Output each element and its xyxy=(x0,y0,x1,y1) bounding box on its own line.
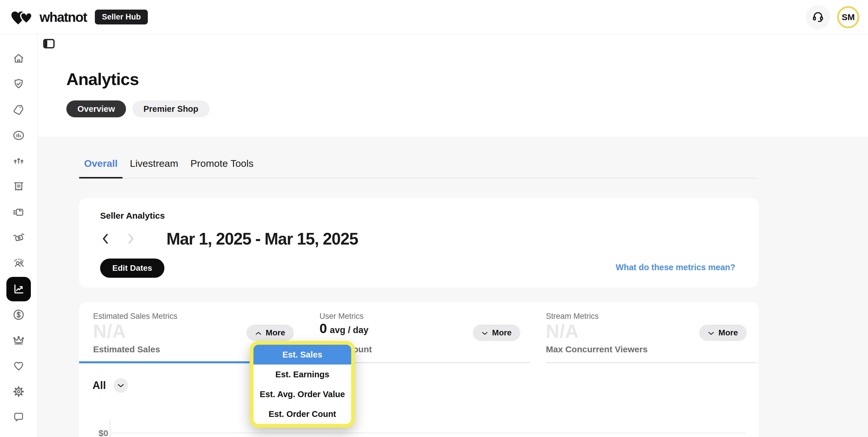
analytics-view-pills: Overview Premier Shop xyxy=(66,100,210,117)
left-sidebar-nav xyxy=(0,34,37,437)
user-metrics-more-button[interactable]: More xyxy=(473,325,520,341)
sidebar-item-analytics[interactable] xyxy=(6,277,31,301)
chart-y-axis-line xyxy=(110,419,110,437)
metric-value-row: 0 avg / day xyxy=(319,321,368,336)
metrics-explainer-link[interactable]: What do these metrics mean? xyxy=(616,263,735,272)
support-button[interactable] xyxy=(806,5,830,29)
package-icon xyxy=(12,206,25,219)
metric-value: N/A xyxy=(546,321,579,342)
chart-filter-dropdown[interactable]: All xyxy=(93,378,128,393)
estimated-sales-more-button[interactable]: More xyxy=(246,325,294,341)
sidebar-item-moderation[interactable] xyxy=(12,78,25,91)
seller-analytics-card: Seller Analytics Mar 1, 2025 - Mar 15, 2… xyxy=(79,198,758,288)
home-icon xyxy=(12,52,25,65)
page-title: Analytics xyxy=(66,69,139,89)
metric-label: Estimated Sales xyxy=(93,344,160,354)
analytics-tabs: Overall Livestream Promote Tools xyxy=(79,158,758,178)
arrows-up-icon xyxy=(12,154,25,168)
crown-icon xyxy=(12,333,25,347)
metric-picker-list: Est. Sales Est. Earnings Est. Avg. Order… xyxy=(253,345,351,424)
stats-oval-icon xyxy=(12,129,25,142)
sidebar-toggle-button[interactable] xyxy=(42,38,56,50)
tab-promote-tools[interactable]: Promote Tools xyxy=(186,158,259,178)
section-divider xyxy=(546,362,756,363)
seller-analytics-title: Seller Analytics xyxy=(100,211,165,221)
sidebar-item-activity[interactable] xyxy=(12,129,25,142)
pill-premier-shop[interactable]: Premier Shop xyxy=(132,100,210,117)
dropdown-option-est-avg-order-value[interactable]: Est. Avg. Order Value xyxy=(253,384,351,404)
chart-gridline xyxy=(110,433,745,433)
metric-value-row: N/A xyxy=(546,321,579,342)
stream-metrics-section: Stream Metrics N/A Max Concurrent Viewer… xyxy=(532,302,758,375)
whatnot-logo[interactable]: whatnot xyxy=(9,7,87,27)
next-date-range-button[interactable] xyxy=(126,233,136,244)
dropdown-option-est-sales[interactable]: Est. Sales xyxy=(253,345,351,365)
section-title: Stream Metrics xyxy=(546,312,599,321)
more-label: More xyxy=(266,328,285,338)
chevron-up-icon xyxy=(255,328,261,338)
sidebar-item-payouts[interactable] xyxy=(12,231,25,244)
metric-value: N/A xyxy=(93,321,126,342)
tag-icon xyxy=(12,103,25,116)
top-header: whatnot Seller Hub SM xyxy=(0,0,868,34)
dropdown-option-est-order-count[interactable]: Est. Order Count xyxy=(253,404,351,424)
sidebar-item-settings[interactable] xyxy=(12,385,25,398)
community-icon xyxy=(12,257,25,270)
chat-bubble-icon xyxy=(12,410,25,424)
shield-check-icon xyxy=(12,78,25,91)
chart-filter-chevron-button[interactable] xyxy=(114,378,128,393)
stream-metrics-more-button[interactable]: More xyxy=(699,325,747,341)
gear-icon xyxy=(12,385,25,398)
page-header-band xyxy=(37,34,868,137)
sidebar-item-messages[interactable] xyxy=(12,410,25,424)
chevron-down-icon xyxy=(482,328,488,338)
brand-wordmark: whatnot xyxy=(39,9,87,25)
chevron-down-icon xyxy=(708,328,714,338)
main-content: Analytics Overview Premier Shop Overall … xyxy=(37,34,868,437)
chevron-down-icon xyxy=(117,383,124,388)
metric-value: 0 xyxy=(319,321,327,336)
headset-icon xyxy=(811,10,824,24)
metric-picker-dropdown-highlighted: Est. Sales Est. Earnings Est. Avg. Order… xyxy=(250,341,355,428)
date-range-nav: Mar 1, 2025 - Mar 15, 2025 xyxy=(100,228,358,249)
pill-overview[interactable]: Overview xyxy=(66,100,126,117)
chart-y-axis-tick: $0 xyxy=(89,428,108,437)
dollar-circle-icon xyxy=(12,308,25,321)
sidebar-item-home[interactable] xyxy=(12,52,25,65)
panel-toggle-icon xyxy=(43,39,55,50)
sidebar-item-listings[interactable] xyxy=(12,103,25,116)
metric-value-suffix: avg / day xyxy=(330,325,369,336)
edit-dates-button[interactable]: Edit Dates xyxy=(100,259,164,278)
user-avatar[interactable]: SM xyxy=(837,6,859,28)
avatar-initials: SM xyxy=(842,12,855,22)
seller-hub-badge: Seller Hub xyxy=(95,9,148,25)
tab-livestream[interactable]: Livestream xyxy=(125,158,183,178)
more-label: More xyxy=(492,328,512,338)
tab-overall[interactable]: Overall xyxy=(79,158,123,178)
sidebar-item-orders[interactable] xyxy=(12,180,25,193)
section-title: User Metrics xyxy=(319,312,364,321)
sidebar-item-promote[interactable] xyxy=(12,154,25,168)
sidebar-item-favorites[interactable] xyxy=(12,359,25,373)
dropdown-option-est-earnings[interactable]: Est. Earnings xyxy=(253,365,351,384)
whatnot-hearts-icon xyxy=(9,7,37,27)
metrics-card: Estimated Sales Metrics N/A Estimated Sa… xyxy=(79,302,758,437)
receipt-icon xyxy=(12,180,25,193)
date-range-text: Mar 1, 2025 - Mar 15, 2025 xyxy=(166,229,358,249)
heart-icon xyxy=(12,359,25,373)
more-label: More xyxy=(718,328,738,338)
metric-label: Max Concurrent Viewers xyxy=(546,344,648,354)
prev-date-range-button[interactable] xyxy=(100,233,111,244)
analytics-chart-icon xyxy=(12,283,25,296)
chart-filter-label: All xyxy=(93,379,106,391)
sidebar-item-earnings[interactable] xyxy=(12,308,25,321)
sidebar-item-community[interactable] xyxy=(12,257,25,270)
sidebar-item-shipments[interactable] xyxy=(12,206,25,219)
metric-value-row: N/A xyxy=(93,321,126,342)
sidebar-item-rewards[interactable] xyxy=(12,333,25,347)
flying-money-icon xyxy=(12,231,25,244)
section-title: Estimated Sales Metrics xyxy=(93,312,178,321)
